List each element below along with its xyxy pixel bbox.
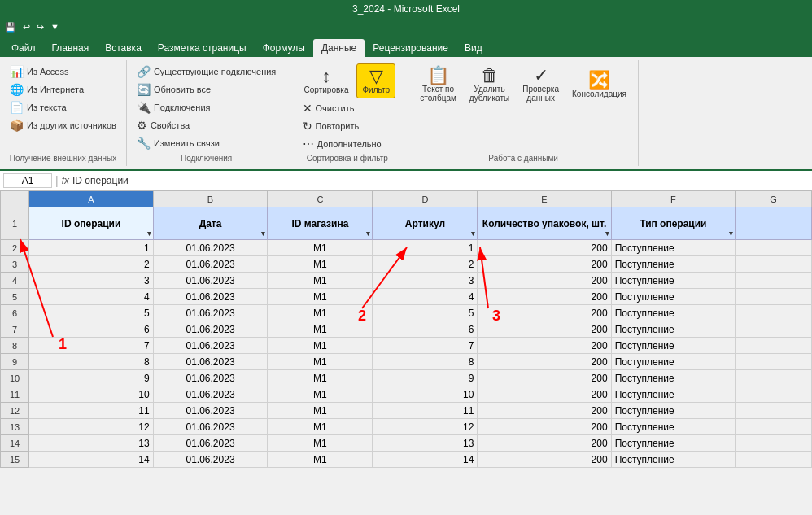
from-text-button[interactable]: 📄 Из текста: [7, 99, 120, 116]
cell-C10[interactable]: М1: [268, 370, 373, 386]
cell-A12[interactable]: 11: [29, 403, 153, 419]
cell-E11[interactable]: 200: [478, 386, 611, 403]
cell-A9[interactable]: 8: [29, 354, 153, 370]
cell-B6[interactable]: 01.06.2023: [153, 305, 268, 321]
cell-E10[interactable]: 200: [478, 370, 611, 386]
cell-D13[interactable]: 12: [373, 419, 478, 435]
cell-B4[interactable]: 01.06.2023: [153, 273, 268, 289]
advanced-button[interactable]: ⋯ Дополнительно: [299, 136, 395, 152]
edit-links-button[interactable]: 🔧 Изменить связи: [133, 135, 279, 151]
undo-icon[interactable]: ↩: [21, 20, 32, 34]
cell-F6[interactable]: Поступление: [611, 305, 735, 321]
header-cell-type[interactable]: Тип операции ▾: [611, 207, 735, 240]
connections-button[interactable]: 🔌 Подключения: [133, 99, 279, 116]
header-cell-store[interactable]: ID магазина ▾: [268, 207, 373, 240]
cell-C15[interactable]: М1: [268, 452, 373, 468]
cell-E8[interactable]: 200: [478, 338, 611, 354]
cell-C3[interactable]: М1: [268, 256, 373, 273]
cell-C9[interactable]: М1: [268, 354, 373, 370]
col-header-F[interactable]: F: [611, 191, 735, 207]
tab-formulas[interactable]: Формулы: [255, 39, 313, 57]
cell-E4[interactable]: 200: [478, 273, 611, 289]
cell-A13[interactable]: 12: [29, 419, 153, 435]
cell-F4[interactable]: Поступление: [611, 273, 735, 289]
cell-F2[interactable]: Поступление: [611, 240, 735, 256]
cell-D10[interactable]: 9: [373, 370, 478, 386]
cell-E2[interactable]: 200: [478, 240, 611, 256]
cell-D4[interactable]: 3: [373, 273, 478, 289]
cell-B13[interactable]: 01.06.2023: [153, 419, 268, 435]
cell-F15[interactable]: Поступление: [611, 452, 735, 468]
cell-A3[interactable]: 2: [29, 256, 153, 273]
cell-B7[interactable]: 01.06.2023: [153, 321, 268, 338]
cell-A15[interactable]: 14: [29, 452, 153, 468]
cell-F11[interactable]: Поступление: [611, 386, 735, 403]
cell-E7[interactable]: 200: [478, 321, 611, 338]
col-header-A[interactable]: A: [29, 191, 153, 207]
from-access-button[interactable]: 📊 Из Access: [7, 63, 120, 80]
cell-F3[interactable]: Поступление: [611, 256, 735, 273]
cell-A8[interactable]: 7: [29, 338, 153, 354]
col-header-B[interactable]: B: [153, 191, 268, 207]
cell-A14[interactable]: 13: [29, 435, 153, 452]
cell-A6[interactable]: 5: [29, 305, 153, 321]
cell-E6[interactable]: 200: [478, 305, 611, 321]
cell-A5[interactable]: 4: [29, 289, 153, 305]
redo-icon[interactable]: ↪: [35, 20, 46, 34]
header-cell-article[interactable]: Артикул ▾: [373, 207, 478, 240]
from-other-sources-button[interactable]: 📦 Из других источников: [7, 117, 120, 133]
cell-A2[interactable]: 1: [29, 240, 153, 256]
cell-B11[interactable]: 01.06.2023: [153, 386, 268, 403]
sort-button[interactable]: ↕ Сортировка: [299, 64, 354, 98]
cell-F14[interactable]: Поступление: [611, 435, 735, 452]
cell-D5[interactable]: 4: [373, 289, 478, 305]
cell-B12[interactable]: 01.06.2023: [153, 403, 268, 419]
cell-reference-box[interactable]: A1: [3, 173, 52, 188]
filter-arrow-D[interactable]: ▾: [471, 229, 475, 238]
header-cell-date[interactable]: Дата ▾: [153, 207, 268, 240]
qa-dropdown-icon[interactable]: ▼: [49, 20, 61, 33]
cell-B5[interactable]: 01.06.2023: [153, 289, 268, 305]
cell-D2[interactable]: 1: [373, 240, 478, 256]
cell-F8[interactable]: Поступление: [611, 338, 735, 354]
cell-D11[interactable]: 10: [373, 386, 478, 403]
cell-F12[interactable]: Поступление: [611, 403, 735, 419]
cell-E3[interactable]: 200: [478, 256, 611, 273]
cell-D9[interactable]: 8: [373, 354, 478, 370]
existing-connections-button[interactable]: 🔗 Существующие подключения: [133, 63, 279, 80]
cell-C7[interactable]: М1: [268, 321, 373, 338]
filter-arrow-E[interactable]: ▾: [605, 229, 609, 238]
filter-arrow-F[interactable]: ▾: [729, 229, 733, 238]
reapply-button[interactable]: ↻ Повторить: [299, 118, 395, 134]
refresh-all-button[interactable]: 🔄 Обновить все: [133, 81, 214, 98]
cell-A11[interactable]: 10: [29, 386, 153, 403]
cell-B9[interactable]: 01.06.2023: [153, 354, 268, 370]
tab-view[interactable]: Вид: [456, 39, 491, 57]
cell-F9[interactable]: Поступление: [611, 354, 735, 370]
cell-E12[interactable]: 200: [478, 403, 611, 419]
filter-arrow-B[interactable]: ▾: [261, 229, 265, 238]
tab-review[interactable]: Рецензирование: [365, 39, 456, 57]
filter-arrow-C[interactable]: ▾: [366, 229, 370, 238]
cell-D3[interactable]: 2: [373, 256, 478, 273]
properties-button[interactable]: ⚙ Свойства: [133, 117, 279, 133]
tab-insert[interactable]: Вставка: [97, 39, 150, 57]
cell-D15[interactable]: 14: [373, 452, 478, 468]
col-header-G[interactable]: G: [736, 191, 812, 207]
cell-F5[interactable]: Поступление: [611, 289, 735, 305]
cell-E5[interactable]: 200: [478, 289, 611, 305]
clear-button[interactable]: ✕ Очистить: [299, 100, 395, 116]
cell-A4[interactable]: 3: [29, 273, 153, 289]
col-header-E[interactable]: E: [478, 191, 611, 207]
cell-E9[interactable]: 200: [478, 354, 611, 370]
cell-F7[interactable]: Поступление: [611, 321, 735, 338]
tab-home[interactable]: Главная: [44, 39, 98, 57]
cell-B3[interactable]: 01.06.2023: [153, 256, 268, 273]
cell-E14[interactable]: 200: [478, 435, 611, 452]
cell-C11[interactable]: М1: [268, 386, 373, 403]
from-internet-button[interactable]: 🌐 Из Интернета: [7, 81, 120, 98]
cell-B14[interactable]: 01.06.2023: [153, 435, 268, 452]
remove-duplicates-button[interactable]: 🗑 Удалитьдубликаты: [465, 63, 514, 106]
cell-A7[interactable]: 6: [29, 321, 153, 338]
consolidate-button[interactable]: 🔀 Консолидация: [567, 68, 631, 102]
